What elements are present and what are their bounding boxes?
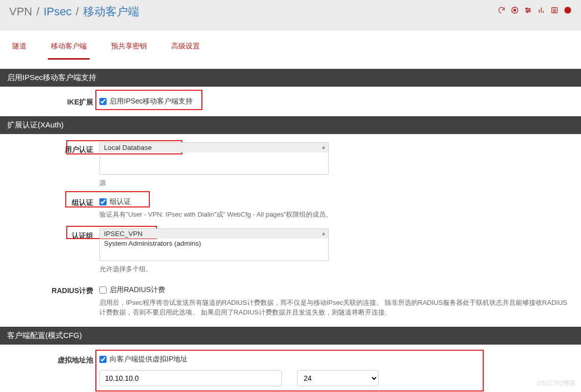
checkbox-label-enable-ipsec-mobile: 启用IPSec移动客户端支持 [110,97,193,106]
help-auth-group: 允许选择多个组。 [99,264,571,274]
help-user-auth: 源 [99,178,571,188]
checkbox-label-radius-accounting: 启用RADIUS计费 [110,285,165,295]
option-local-database[interactable]: Local Database [100,143,328,152]
help-group-auth: 验证具有"User - VPN: IPsec with Dialin"或" We… [99,210,571,220]
breadcrumb-mobile-client[interactable]: 移动客户端 [83,4,139,19]
tab-mobile-clients[interactable]: 移动客户端 [48,31,90,60]
refresh-icon[interactable] [497,6,506,14]
chart-icon[interactable] [537,6,545,14]
sliders-icon[interactable] [524,6,532,14]
panel-title-enable-mobile: 启用IPSec移动客户端支持 [0,69,581,87]
breadcrumb-sep: / [75,5,78,18]
label-user-auth: 用户认证 [0,142,99,154]
help-icon[interactable]: ? [564,6,572,14]
tab-advanced[interactable]: 高级设置 [168,31,203,60]
header-actions: ? [497,4,572,14]
select-virtual-ip-mask[interactable]: 24 [297,370,379,386]
checkbox-label-group-auth: 组认证 [110,197,131,206]
tab-preshared-keys[interactable]: 预共享密钥 [108,31,150,60]
chevron-up-icon: ▲ [320,230,327,237]
option-system-admins[interactable]: System Administrators (admins) [100,239,328,248]
tab-bar: 隧道 移动客户端 预共享密钥 高级设置 [0,31,581,60]
select-user-auth-source[interactable]: Local Database ▲ [99,142,329,175]
tab-tunnels[interactable]: 隧道 [9,31,30,60]
page-header: VPN / IPsec / 移动客户端 ? [0,0,581,31]
svg-text:?: ? [566,8,569,13]
breadcrumb-root: VPN [9,5,32,18]
stop-icon[interactable] [511,6,519,14]
label-virtual-address-pool: 虚拟地址池 [0,353,99,365]
panel-title-client-cfg: 客户端配置(模式CFG) [0,327,581,345]
label-radius-accounting: RADIUS计费 [0,283,99,296]
checkbox-label-virtual-ip-pool: 向客户端提供虚拟IP地址 [110,355,188,364]
label-auth-group: 认证组 [0,228,99,241]
checkbox-enable-ipsec-mobile[interactable] [99,98,107,105]
panel-title-xauth: 扩展认证(XAuth) [0,116,581,134]
breadcrumb-sep: / [36,5,39,18]
option-ipsec-vpn[interactable]: IPSEC_VPN [100,229,328,239]
select-auth-group[interactable]: IPSEC_VPN System Administrators (admins)… [99,228,329,261]
label-ike-extension: IKE扩展 [0,95,99,107]
checkbox-group-auth[interactable] [99,198,107,205]
list-icon[interactable] [550,6,559,14]
svg-point-1 [514,9,516,11]
breadcrumb-ipsec[interactable]: IPsec [43,5,71,18]
checkbox-virtual-ip-pool[interactable] [99,356,107,363]
checkbox-radius-accounting[interactable] [99,286,107,294]
help-radius-accounting: 启用后，IPsec程序将尝试发送所有隧道的RADIUS计费数据，而不仅是与移动I… [99,298,568,318]
label-group-auth: 组认证 [0,195,99,207]
breadcrumb: VPN / IPsec / 移动客户端 [9,4,139,19]
chevron-up-icon: ▲ [320,144,327,151]
input-virtual-ip-network[interactable] [99,370,282,386]
